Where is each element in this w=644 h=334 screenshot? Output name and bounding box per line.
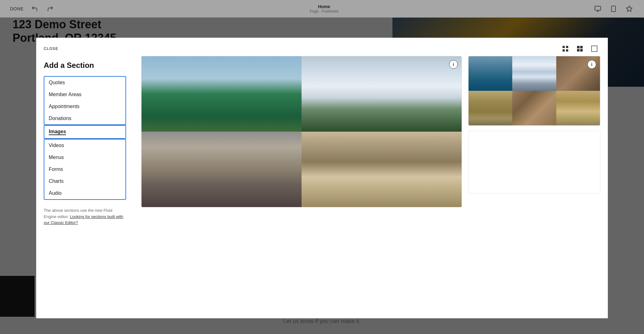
sidebar: Add a Section Quotes Member Areas Appoin… xyxy=(36,56,134,318)
image-grid-2x2: i xyxy=(142,56,462,207)
svg-rect-11 xyxy=(577,49,580,52)
info-badge-right[interactable]: i xyxy=(587,60,596,69)
image-cell-barn: i xyxy=(556,56,600,91)
nav-group-bottom: Videos Menus Forms Charts Audio xyxy=(44,139,126,200)
image-cell-snowy-mountain: i xyxy=(302,56,462,132)
svg-rect-5 xyxy=(563,46,565,48)
svg-rect-8 xyxy=(566,49,568,52)
sidebar-footer: The above sections use the new Fluid Eng… xyxy=(44,207,126,226)
sidebar-item-member-areas[interactable]: Member Areas xyxy=(44,89,125,101)
sidebar-item-images[interactable]: Images xyxy=(44,126,125,138)
nav-item-images-wrapper: Images xyxy=(44,125,126,139)
image-cell-cabin-steps xyxy=(302,132,462,207)
view-grid-small-button[interactable] xyxy=(559,44,571,53)
content-columns: i i xyxy=(141,56,600,207)
image-cell-snowy-peaks xyxy=(512,56,556,91)
info-badge-left[interactable]: i xyxy=(449,60,458,69)
sidebar-item-donations[interactable]: Donations xyxy=(44,112,125,124)
section-card-left[interactable]: i xyxy=(141,56,462,207)
svg-rect-6 xyxy=(566,46,568,48)
modal-inner: Add a Section Quotes Member Areas Appoin… xyxy=(36,56,608,318)
svg-rect-10 xyxy=(580,46,583,48)
svg-rect-13 xyxy=(591,46,597,52)
image-cell-mountain-lake xyxy=(142,56,302,132)
image-cell-hills-warm xyxy=(469,91,512,125)
close-button[interactable]: CLOSE xyxy=(44,47,58,51)
svg-rect-7 xyxy=(563,49,565,52)
sidebar-item-charts[interactable]: Charts xyxy=(44,175,125,187)
image-cell-cabin2 xyxy=(512,91,556,125)
left-column: i xyxy=(141,56,462,207)
images-selected-label: Images xyxy=(49,129,66,135)
sidebar-item-appointments[interactable]: Appointments xyxy=(44,101,125,112)
sidebar-item-audio[interactable]: Audio xyxy=(44,187,125,199)
image-cell-mountain-rocky xyxy=(142,132,302,207)
section-card-right-bottom[interactable] xyxy=(468,131,600,194)
view-toolbar xyxy=(559,44,600,53)
view-single-button[interactable] xyxy=(588,44,600,53)
section-card-right-top[interactable]: i xyxy=(468,56,600,126)
modal-close-bar: CLOSE xyxy=(36,38,608,56)
main-content: i i xyxy=(134,56,608,318)
sidebar-item-videos[interactable]: Videos xyxy=(44,140,125,151)
image-grid-3x2: i xyxy=(469,56,600,125)
sidebar-item-menus[interactable]: Menus xyxy=(44,151,125,163)
sidebar-title: Add a Section xyxy=(44,61,126,70)
svg-rect-12 xyxy=(580,49,583,52)
sidebar-item-forms[interactable]: Forms xyxy=(44,163,125,175)
view-grid-large-button[interactable] xyxy=(574,44,586,53)
nav-group-top: Quotes Member Areas Appointments Donatio… xyxy=(44,76,126,125)
image-cell-dry-grass xyxy=(556,91,600,125)
image-cell-lake-blue xyxy=(469,56,512,91)
sidebar-item-quotes[interactable]: Quotes xyxy=(44,77,125,89)
right-column: i xyxy=(468,56,600,207)
svg-rect-9 xyxy=(577,46,580,48)
add-section-modal: CLOSE xyxy=(36,38,608,318)
